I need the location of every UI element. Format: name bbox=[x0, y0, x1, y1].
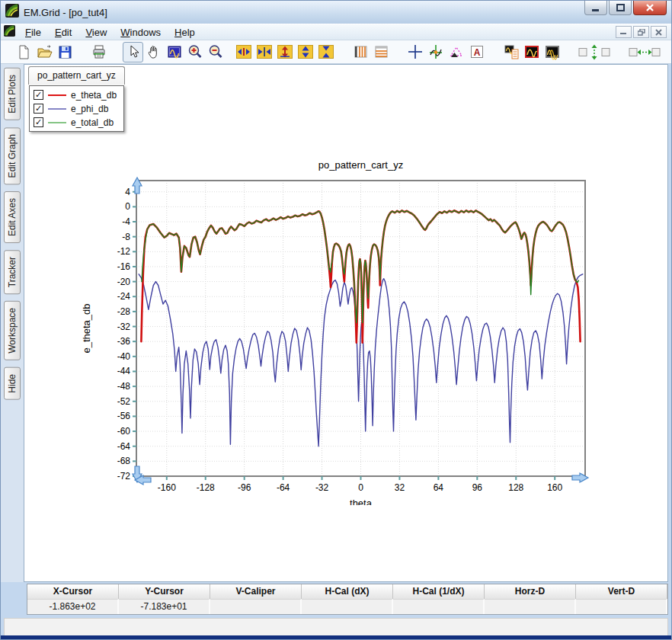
readout-value-hcal-1dx bbox=[393, 599, 485, 614]
new-document-icon bbox=[15, 43, 32, 60]
y-tick-label: -72 bbox=[117, 471, 131, 482]
shrink-x-button[interactable] bbox=[254, 42, 274, 62]
crosshair-button[interactable] bbox=[405, 42, 425, 62]
text-annotation-button[interactable]: A bbox=[466, 42, 487, 62]
zoom-window-button[interactable] bbox=[164, 42, 184, 62]
readout-value-y-cursor: -7.183e+01 bbox=[119, 599, 210, 614]
menu-edit[interactable]: Edit bbox=[48, 25, 78, 40]
save-button[interactable] bbox=[54, 42, 75, 62]
horizontal-lines-icon bbox=[373, 43, 389, 60]
legend-row: ✓ e_total_db bbox=[34, 117, 117, 128]
legend-swatch bbox=[48, 108, 66, 110]
document-icon[interactable] bbox=[4, 25, 15, 40]
x-tick-label: -64 bbox=[277, 482, 290, 493]
chart-title: po_pattern_cart_yz bbox=[318, 159, 403, 171]
child-minimize-button[interactable] bbox=[616, 26, 632, 38]
x-axis-label: theta bbox=[350, 498, 373, 505]
chart[interactable]: -160-128-96-64-32032649612816040-4-8-12-… bbox=[78, 150, 642, 508]
pan-tool-button[interactable] bbox=[143, 42, 164, 62]
readout-col-x-cursor: X-Cursor bbox=[27, 584, 119, 599]
menu-help[interactable]: Help bbox=[168, 25, 202, 40]
close-button[interactable] bbox=[633, 1, 667, 15]
horizontal-grid-button[interactable] bbox=[370, 42, 391, 62]
y-tick-label: -40 bbox=[117, 351, 131, 362]
x-tick-label: 0 bbox=[358, 482, 363, 493]
fit-vertical-button[interactable] bbox=[576, 42, 613, 62]
fit-horizontal-button[interactable] bbox=[626, 42, 663, 62]
legend-label: e_phi_db bbox=[71, 104, 108, 114]
maximize-button[interactable] bbox=[609, 1, 632, 15]
menu-view[interactable]: View bbox=[78, 25, 114, 40]
legend-row: ✓ e_phi_db bbox=[34, 103, 117, 114]
span-height-icon bbox=[297, 43, 314, 60]
x-tick-label: 160 bbox=[547, 482, 562, 493]
zoom-in-button[interactable] bbox=[184, 42, 205, 62]
plot-panel: po_pattern_cart_yz ✓ e_theta_db ✓ e_phi_… bbox=[24, 64, 668, 582]
vertical-grid-button[interactable] bbox=[350, 42, 370, 62]
expand-x-button[interactable] bbox=[233, 42, 254, 62]
x-tick-label: 96 bbox=[472, 482, 483, 493]
legend-box: ✓ e_theta_db ✓ e_phi_db ✓ e_total_db bbox=[29, 85, 124, 132]
text-a-icon: A bbox=[469, 43, 485, 60]
cursor-readout-bar: X-Cursor Y-Cursor V-Caliper H-Cal (dX) H… bbox=[27, 584, 668, 615]
readout-col-v-caliper: V-Caliper bbox=[210, 584, 302, 599]
legend-checkbox-e-total[interactable]: ✓ bbox=[34, 117, 43, 127]
expand-height-icon bbox=[277, 43, 293, 60]
sidebar-tab-hide[interactable]: Hide bbox=[4, 367, 21, 400]
menu-bar: File Edit View Windows Help bbox=[1, 24, 671, 40]
select-tool-button[interactable] bbox=[123, 42, 143, 62]
document-tab[interactable]: po_pattern_cart_yz bbox=[28, 66, 125, 85]
x-tick-label: 64 bbox=[434, 482, 444, 493]
menu-windows[interactable]: Windows bbox=[114, 25, 168, 40]
y-axis-label: e_theta_db bbox=[81, 303, 92, 353]
zoom-out-button[interactable] bbox=[205, 42, 226, 62]
span-y-button[interactable] bbox=[295, 42, 315, 62]
toolbar: A Layout bbox=[1, 40, 671, 64]
caliper-button[interactable] bbox=[446, 42, 466, 62]
cursor-arrow-icon bbox=[125, 43, 142, 60]
y-tick-label: 0 bbox=[125, 201, 130, 212]
multi-plot-button[interactable] bbox=[542, 42, 562, 62]
plot-properties-button[interactable] bbox=[501, 42, 521, 62]
child-restore-button[interactable] bbox=[633, 26, 649, 38]
pan-hand-icon bbox=[146, 43, 162, 60]
y-tick-label: -68 bbox=[117, 456, 131, 466]
menu-file[interactable]: File bbox=[18, 25, 48, 40]
chart-svg: -160-128-96-64-32032649612816040-4-8-12-… bbox=[78, 150, 642, 505]
sidebar-tab-edit-axes[interactable]: Edit Axes bbox=[4, 191, 21, 243]
app-icon bbox=[5, 4, 19, 21]
zoom-region-icon bbox=[166, 43, 183, 60]
y-tick-label: -12 bbox=[117, 246, 131, 257]
legend-swatch bbox=[48, 94, 66, 96]
single-plot-button[interactable] bbox=[521, 42, 542, 62]
sidebar-tab-workspace[interactable]: Workspace bbox=[4, 301, 21, 360]
compress-y-button[interactable] bbox=[315, 42, 336, 62]
y-tick-label: -52 bbox=[117, 396, 131, 407]
expand-y-button[interactable] bbox=[274, 42, 295, 62]
legend-checkbox-e-phi[interactable]: ✓ bbox=[34, 104, 43, 114]
print-button[interactable] bbox=[88, 42, 109, 62]
window-bottom-edge bbox=[1, 635, 671, 639]
readout-col-vert-d: Vert-D bbox=[576, 584, 667, 599]
new-file-button[interactable] bbox=[13, 42, 34, 62]
compress-height-icon bbox=[318, 43, 334, 60]
vertical-lines-icon bbox=[352, 43, 369, 60]
sidebar-tab-edit-plots[interactable]: Edit Plots bbox=[4, 68, 21, 120]
title-bar[interactable]: EM.Grid - [po_tut4] bbox=[1, 1, 671, 24]
caliper-icon bbox=[448, 43, 465, 60]
y-tick-label: -64 bbox=[117, 441, 131, 452]
sidebar-tab-tracker[interactable]: Tracker bbox=[4, 250, 21, 294]
multi-plot-icon bbox=[544, 43, 561, 60]
legend-swatch bbox=[48, 122, 66, 123]
open-file-button[interactable] bbox=[34, 42, 54, 62]
sidebar-tab-edit-graph[interactable]: Edit Graph bbox=[4, 127, 21, 184]
y-tick-label: -36 bbox=[117, 336, 131, 347]
tracker-button[interactable] bbox=[425, 42, 446, 62]
minimize-button[interactable] bbox=[584, 1, 607, 15]
y-tick-label: -20 bbox=[117, 277, 131, 287]
readout-value-x-cursor: -1.863e+02 bbox=[27, 599, 119, 614]
y-tick-label: -44 bbox=[117, 366, 131, 376]
legend-checkbox-e-theta[interactable]: ✓ bbox=[34, 90, 43, 100]
child-close-button[interactable] bbox=[651, 26, 667, 38]
y-tick-label: -60 bbox=[117, 426, 131, 437]
